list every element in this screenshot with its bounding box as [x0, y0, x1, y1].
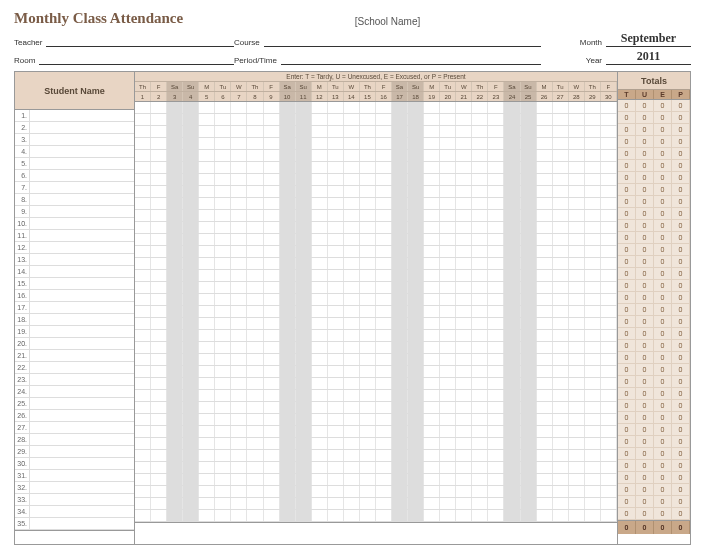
- attendance-cell[interactable]: [569, 174, 585, 185]
- attendance-cell[interactable]: [215, 114, 231, 125]
- attendance-cell[interactable]: [344, 342, 360, 353]
- attendance-cell[interactable]: [151, 294, 167, 305]
- attendance-cell[interactable]: [312, 366, 328, 377]
- attendance-cell[interactable]: [569, 414, 585, 425]
- attendance-cell[interactable]: [360, 150, 376, 161]
- attendance-cell[interactable]: [312, 222, 328, 233]
- attendance-cell[interactable]: [151, 234, 167, 245]
- attendance-cell[interactable]: [183, 282, 199, 293]
- attendance-cell[interactable]: [312, 390, 328, 401]
- attendance-cell[interactable]: [264, 366, 280, 377]
- attendance-cell[interactable]: [376, 450, 392, 461]
- attendance-cell[interactable]: [151, 390, 167, 401]
- attendance-cell[interactable]: [569, 474, 585, 485]
- attendance-cell[interactable]: [264, 450, 280, 461]
- attendance-cell[interactable]: [553, 462, 569, 473]
- attendance-cell[interactable]: [135, 162, 151, 173]
- room-input-line[interactable]: [39, 54, 234, 65]
- attendance-cell[interactable]: [472, 294, 488, 305]
- attendance-cell[interactable]: [344, 498, 360, 509]
- attendance-cell[interactable]: [553, 270, 569, 281]
- attendance-cell[interactable]: [456, 486, 472, 497]
- attendance-cell[interactable]: [264, 390, 280, 401]
- attendance-cell[interactable]: [183, 414, 199, 425]
- attendance-cell[interactable]: [151, 102, 167, 113]
- attendance-cell[interactable]: [312, 486, 328, 497]
- attendance-cell[interactable]: [231, 222, 247, 233]
- attendance-cell[interactable]: [537, 342, 553, 353]
- attendance-cell[interactable]: [569, 330, 585, 341]
- attendance-cell[interactable]: [456, 318, 472, 329]
- attendance-cell[interactable]: [392, 426, 408, 437]
- attendance-cell[interactable]: [231, 330, 247, 341]
- attendance-cell[interactable]: [296, 450, 312, 461]
- attendance-cell[interactable]: [199, 342, 215, 353]
- attendance-cell[interactable]: [151, 306, 167, 317]
- attendance-cell[interactable]: [408, 270, 424, 281]
- attendance-cell[interactable]: [215, 318, 231, 329]
- attendance-cell[interactable]: [344, 234, 360, 245]
- attendance-cell[interactable]: [183, 366, 199, 377]
- student-name-cell[interactable]: [29, 434, 134, 445]
- attendance-cell[interactable]: [488, 126, 504, 137]
- attendance-cell[interactable]: [424, 222, 440, 233]
- attendance-cell[interactable]: [183, 198, 199, 209]
- attendance-cell[interactable]: [360, 210, 376, 221]
- attendance-cell[interactable]: [408, 198, 424, 209]
- attendance-cell[interactable]: [312, 342, 328, 353]
- attendance-cell[interactable]: [231, 366, 247, 377]
- attendance-cell[interactable]: [264, 378, 280, 389]
- attendance-cell[interactable]: [537, 246, 553, 257]
- attendance-cell[interactable]: [135, 426, 151, 437]
- attendance-cell[interactable]: [537, 222, 553, 233]
- attendance-cell[interactable]: [376, 330, 392, 341]
- attendance-cell[interactable]: [215, 294, 231, 305]
- attendance-cell[interactable]: [569, 162, 585, 173]
- attendance-cell[interactable]: [183, 354, 199, 365]
- attendance-cell[interactable]: [360, 330, 376, 341]
- attendance-cell[interactable]: [537, 198, 553, 209]
- attendance-cell[interactable]: [199, 150, 215, 161]
- attendance-cell[interactable]: [151, 378, 167, 389]
- attendance-cell[interactable]: [569, 462, 585, 473]
- attendance-cell[interactable]: [280, 510, 296, 521]
- attendance-cell[interactable]: [456, 414, 472, 425]
- attendance-cell[interactable]: [135, 450, 151, 461]
- attendance-cell[interactable]: [344, 306, 360, 317]
- attendance-cell[interactable]: [199, 474, 215, 485]
- attendance-cell[interactable]: [601, 474, 617, 485]
- attendance-cell[interactable]: [408, 510, 424, 521]
- attendance-cell[interactable]: [553, 294, 569, 305]
- attendance-cell[interactable]: [280, 450, 296, 461]
- attendance-cell[interactable]: [392, 162, 408, 173]
- attendance-cell[interactable]: [424, 450, 440, 461]
- attendance-cell[interactable]: [456, 270, 472, 281]
- attendance-cell[interactable]: [440, 162, 456, 173]
- attendance-cell[interactable]: [521, 318, 537, 329]
- attendance-cell[interactable]: [247, 198, 263, 209]
- attendance-cell[interactable]: [167, 354, 183, 365]
- attendance-cell[interactable]: [151, 342, 167, 353]
- attendance-cell[interactable]: [215, 246, 231, 257]
- attendance-cell[interactable]: [376, 498, 392, 509]
- attendance-cell[interactable]: [264, 222, 280, 233]
- attendance-cell[interactable]: [456, 138, 472, 149]
- attendance-cell[interactable]: [553, 198, 569, 209]
- attendance-cell[interactable]: [472, 330, 488, 341]
- attendance-cell[interactable]: [456, 258, 472, 269]
- attendance-cell[interactable]: [344, 258, 360, 269]
- attendance-cell[interactable]: [488, 426, 504, 437]
- attendance-cell[interactable]: [151, 498, 167, 509]
- attendance-cell[interactable]: [312, 378, 328, 389]
- attendance-cell[interactable]: [312, 402, 328, 413]
- attendance-cell[interactable]: [440, 330, 456, 341]
- attendance-cell[interactable]: [601, 210, 617, 221]
- attendance-cell[interactable]: [328, 510, 344, 521]
- attendance-cell[interactable]: [440, 282, 456, 293]
- attendance-cell[interactable]: [344, 366, 360, 377]
- attendance-cell[interactable]: [167, 342, 183, 353]
- attendance-cell[interactable]: [456, 186, 472, 197]
- attendance-cell[interactable]: [312, 162, 328, 173]
- attendance-cell[interactable]: [408, 390, 424, 401]
- attendance-cell[interactable]: [328, 114, 344, 125]
